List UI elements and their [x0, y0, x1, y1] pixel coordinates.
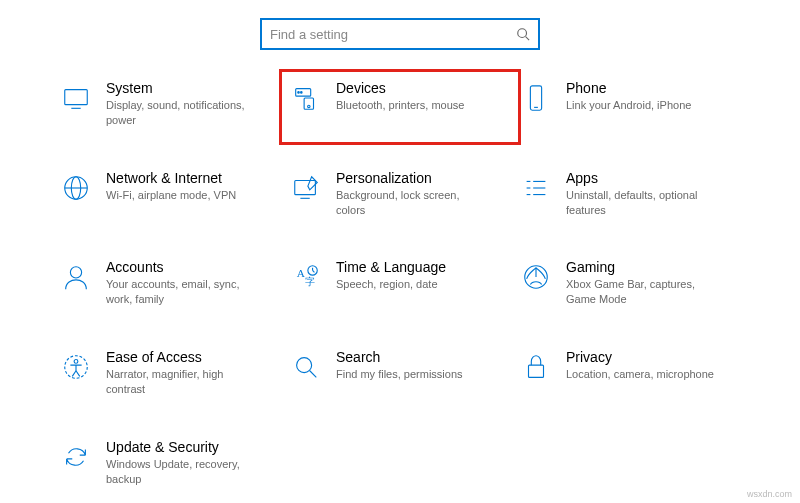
tile-system[interactable]: System Display, sound, notifications, po… [60, 80, 280, 128]
svg-rect-9 [530, 86, 541, 110]
tile-desc: Wi-Fi, airplane mode, VPN [106, 188, 236, 203]
tile-search[interactable]: Search Find my files, permissions [290, 349, 510, 397]
tile-text: Network & Internet Wi-Fi, airplane mode,… [106, 170, 236, 203]
tile-phone[interactable]: Phone Link your Android, iPhone [520, 80, 740, 128]
tile-text: Devices Bluetooth, printers, mouse [336, 80, 464, 113]
tile-devices[interactable]: Devices Bluetooth, printers, mouse [279, 69, 521, 145]
tile-gaming[interactable]: Gaming Xbox Game Bar, captures, Game Mod… [520, 259, 740, 307]
time-language-icon: A字 [290, 261, 322, 293]
tile-desc: Uninstall, defaults, optional features [566, 188, 716, 218]
tile-desc: Your accounts, email, sync, work, family [106, 277, 256, 307]
tile-desc: Link your Android, iPhone [566, 98, 691, 113]
tile-text: Phone Link your Android, iPhone [566, 80, 691, 113]
tile-personalization[interactable]: Personalization Background, lock screen,… [290, 170, 510, 218]
tile-desc: Bluetooth, printers, mouse [336, 98, 464, 113]
privacy-icon [520, 351, 552, 383]
personalization-icon [290, 172, 322, 204]
svg-point-30 [74, 360, 78, 364]
tile-title: Accounts [106, 259, 256, 275]
search-box[interactable] [260, 18, 540, 50]
tile-desc: Find my files, permissions [336, 367, 463, 382]
tile-title: System [106, 80, 256, 96]
tile-title: Privacy [566, 349, 714, 365]
tile-desc: Xbox Game Bar, captures, Game Mode [566, 277, 716, 307]
update-icon [60, 441, 92, 473]
apps-icon [520, 172, 552, 204]
phone-icon [520, 82, 552, 114]
svg-point-6 [301, 92, 303, 94]
system-icon [60, 82, 92, 114]
svg-line-32 [310, 371, 317, 378]
tile-title: Devices [336, 80, 464, 96]
tile-text: Accounts Your accounts, email, sync, wor… [106, 259, 256, 307]
devices-icon [290, 82, 322, 114]
tile-text: Personalization Background, lock screen,… [336, 170, 486, 218]
svg-line-1 [526, 37, 530, 41]
tile-apps[interactable]: Apps Uninstall, defaults, optional featu… [520, 170, 740, 218]
search-container [0, 0, 800, 80]
network-icon [60, 172, 92, 204]
svg-text:字: 字 [305, 276, 315, 287]
settings-grid: System Display, sound, notifications, po… [0, 80, 800, 486]
tile-desc: Windows Update, recovery, backup [106, 457, 256, 487]
tile-network[interactable]: Network & Internet Wi-Fi, airplane mode,… [60, 170, 280, 218]
gaming-icon [520, 261, 552, 293]
svg-rect-2 [65, 90, 88, 105]
tile-text: Ease of Access Narrator, magnifier, high… [106, 349, 256, 397]
tile-privacy[interactable]: Privacy Location, camera, microphone [520, 349, 740, 397]
tile-text: Search Find my files, permissions [336, 349, 463, 382]
svg-line-27 [313, 271, 315, 273]
search-icon [516, 27, 530, 41]
ease-of-access-icon [60, 351, 92, 383]
tile-text: System Display, sound, notifications, po… [106, 80, 256, 128]
search-input[interactable] [270, 27, 516, 42]
tile-desc: Background, lock screen, colors [336, 188, 486, 218]
tile-title: Search [336, 349, 463, 365]
tile-desc: Location, camera, microphone [566, 367, 714, 382]
svg-point-31 [297, 358, 312, 373]
tile-title: Update & Security [106, 439, 256, 455]
tile-text: Time & Language Speech, region, date [336, 259, 446, 292]
tile-ease-of-access[interactable]: Ease of Access Narrator, magnifier, high… [60, 349, 280, 397]
tile-title: Phone [566, 80, 691, 96]
search-tile-icon [290, 351, 322, 383]
tile-update-security[interactable]: Update & Security Windows Update, recove… [60, 439, 280, 487]
svg-rect-33 [529, 365, 544, 377]
tile-text: Apps Uninstall, defaults, optional featu… [566, 170, 716, 218]
tile-accounts[interactable]: Accounts Your accounts, email, sync, wor… [60, 259, 280, 307]
tile-time-language[interactable]: A字 Time & Language Speech, region, date [290, 259, 510, 307]
tile-desc: Narrator, magnifier, high contrast [106, 367, 256, 397]
tile-title: Network & Internet [106, 170, 236, 186]
watermark: wsxdn.com [747, 489, 792, 499]
tile-desc: Display, sound, notifications, power [106, 98, 256, 128]
tile-desc: Speech, region, date [336, 277, 446, 292]
svg-point-0 [518, 29, 527, 38]
svg-point-8 [308, 105, 310, 107]
tile-text: Privacy Location, camera, microphone [566, 349, 714, 382]
tile-title: Personalization [336, 170, 486, 186]
tile-text: Gaming Xbox Game Bar, captures, Game Mod… [566, 259, 716, 307]
svg-point-22 [70, 267, 81, 278]
tile-title: Time & Language [336, 259, 446, 275]
accounts-icon [60, 261, 92, 293]
tile-text: Update & Security Windows Update, recove… [106, 439, 256, 487]
svg-point-5 [298, 92, 300, 94]
tile-title: Gaming [566, 259, 716, 275]
tile-title: Ease of Access [106, 349, 256, 365]
tile-title: Apps [566, 170, 716, 186]
